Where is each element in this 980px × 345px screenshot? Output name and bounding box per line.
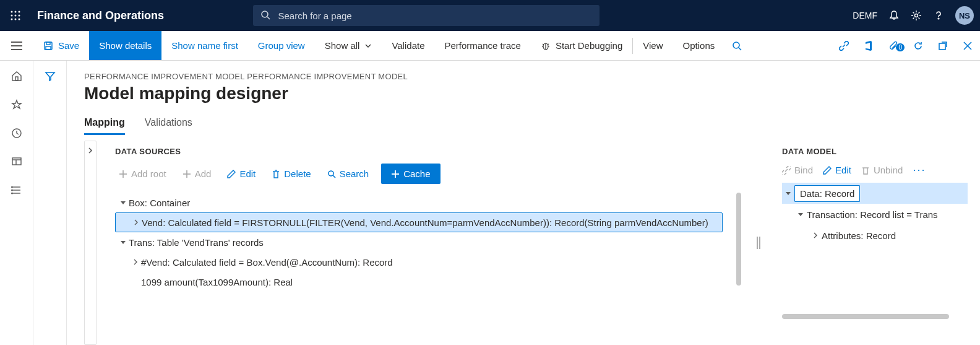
- dm-node-data[interactable]: Data: Record: [782, 183, 968, 204]
- app-brand: Finance and Operations: [37, 9, 164, 22]
- page-body: PERFORMANCE IMPROVEMENT MODEL PERFORMANC…: [0, 61, 980, 345]
- tab-mapping[interactable]: Mapping: [84, 117, 125, 135]
- filter-icon[interactable]: [45, 71, 56, 345]
- search-container: [253, 5, 600, 26]
- gear-icon[interactable]: [911, 10, 922, 21]
- svg-point-9: [262, 11, 268, 17]
- data-sources-panel: DATA SOURCES Add root Add Edit: [115, 141, 735, 345]
- data-model-tree: Data: Record Transaction: Record list = …: [782, 183, 968, 319]
- add-button: Add: [179, 166, 215, 181]
- bind-label: Bind: [794, 165, 813, 175]
- caret-down-icon[interactable]: [782, 190, 794, 196]
- dm-label: Transaction: Record list = Trans: [807, 209, 938, 220]
- dm-label: Data: Record: [794, 185, 860, 202]
- left-collapser[interactable]: [84, 141, 97, 345]
- tree-node-nvend[interactable]: #Vend: Calculated field = Box.Vend(@.Acc…: [115, 252, 723, 272]
- show-name-first-button[interactable]: Show name first: [161, 31, 248, 60]
- svg-point-4: [15, 15, 17, 17]
- group-view-button[interactable]: Group view: [248, 31, 315, 60]
- caret-right-icon[interactable]: [131, 219, 142, 225]
- breadcrumb: PERFORMANCE IMPROVEMENT MODEL PERFORMANC…: [84, 72, 968, 81]
- tree-label: Trans: Table 'VendTrans' records: [129, 237, 264, 248]
- tree-node-amount[interactable]: 1099 amount(Tax1099Amount): Real: [115, 272, 723, 292]
- caret-right-icon[interactable]: [130, 259, 141, 265]
- dm-node-attributes[interactable]: Attributes: Record: [782, 225, 968, 246]
- dm-edit-button[interactable]: Edit: [823, 165, 851, 175]
- show-all-dropdown[interactable]: Show all: [315, 31, 382, 60]
- dm-edit-label: Edit: [835, 165, 851, 175]
- more-icon[interactable]: ···: [913, 164, 926, 177]
- svg-point-5: [19, 15, 20, 17]
- delete-label: Delete: [284, 168, 311, 179]
- vertical-scrollbar[interactable]: [736, 193, 741, 286]
- svg-point-38: [11, 186, 12, 188]
- svg-point-6: [11, 19, 13, 20]
- dm-node-transaction[interactable]: Transaction: Record list = Trans: [782, 204, 968, 225]
- save-button[interactable]: Save: [33, 31, 89, 60]
- horizontal-scrollbar[interactable]: [782, 314, 949, 319]
- user-avatar[interactable]: NS: [955, 6, 974, 25]
- view-menu[interactable]: View: [633, 31, 673, 60]
- data-sources-tree: Box: Container Vend: Calculated field = …: [115, 193, 735, 292]
- tree-label: Vend: Calculated field = FIRSTORNULL(FIL…: [142, 217, 708, 228]
- home-icon[interactable]: [11, 71, 22, 82]
- start-debugging-button[interactable]: Start Debugging: [531, 31, 632, 60]
- svg-point-0: [11, 11, 13, 13]
- edit-button[interactable]: Edit: [223, 166, 259, 181]
- tab-validations[interactable]: Validations: [145, 117, 192, 135]
- refresh-icon[interactable]: [906, 41, 931, 51]
- close-icon[interactable]: [955, 41, 980, 50]
- performance-trace-button[interactable]: Performance trace: [434, 31, 530, 60]
- svg-point-45: [329, 171, 333, 176]
- link-icon[interactable]: [832, 41, 856, 51]
- global-search-input[interactable]: [253, 5, 600, 26]
- svg-line-46: [333, 175, 335, 178]
- show-details-label: Show details: [99, 40, 152, 51]
- tree-node-vend[interactable]: Vend: Calculated field = FIRSTORNULL(FIL…: [115, 212, 723, 232]
- hamburger-icon[interactable]: [0, 31, 33, 60]
- add-root-button: Add root: [115, 166, 170, 181]
- panel-splitter[interactable]: [754, 141, 763, 345]
- svg-point-25: [733, 42, 739, 48]
- workspace-icon[interactable]: [11, 156, 22, 167]
- show-name-first-label: Show name first: [171, 40, 238, 51]
- caret-right-icon[interactable]: [809, 232, 822, 238]
- page-title: Model mapping designer: [84, 84, 968, 103]
- recent-icon[interactable]: [11, 128, 22, 139]
- ribbon-search-icon[interactable]: [724, 41, 749, 51]
- svg-point-11: [914, 14, 918, 17]
- help-icon[interactable]: [933, 10, 944, 21]
- panels: DATA SOURCES Add root Add Edit: [84, 141, 968, 345]
- svg-line-10: [267, 17, 270, 19]
- tree-node-box[interactable]: Box: Container: [115, 193, 723, 212]
- caret-down-icon[interactable]: [794, 211, 807, 217]
- modules-icon[interactable]: [11, 185, 22, 196]
- options-menu[interactable]: Options: [673, 31, 725, 60]
- unbind-label: Unbind: [874, 165, 903, 175]
- tree-node-trans[interactable]: Trans: Table 'VendTrans' records: [115, 232, 723, 252]
- company-code[interactable]: DEMF: [853, 11, 877, 20]
- ribbon: Save Show details Show name first Group …: [0, 31, 980, 61]
- waffle-icon[interactable]: [6, 11, 25, 20]
- attachments-badge: 0: [896, 43, 905, 51]
- svg-point-39: [11, 190, 12, 191]
- popout-icon[interactable]: [931, 41, 955, 51]
- ds-search-button[interactable]: Search: [324, 166, 373, 181]
- svg-point-12: [938, 18, 939, 19]
- caret-down-icon[interactable]: [118, 199, 129, 206]
- add-label: Add: [195, 168, 212, 179]
- show-details-button[interactable]: Show details: [89, 31, 161, 60]
- validate-button[interactable]: Validate: [382, 31, 434, 60]
- data-model-toolbar: Bind Edit Unbind ···: [782, 164, 968, 177]
- bind-button: Bind: [782, 165, 813, 175]
- attachments-icon[interactable]: 0: [881, 41, 906, 51]
- svg-point-40: [11, 193, 12, 194]
- cache-button[interactable]: Cache: [381, 164, 440, 184]
- delete-button[interactable]: Delete: [268, 166, 314, 181]
- bell-icon[interactable]: [888, 10, 900, 21]
- caret-down-icon[interactable]: [118, 239, 129, 245]
- favorite-icon[interactable]: [11, 99, 22, 110]
- office-icon[interactable]: [856, 41, 881, 51]
- unbind-button: Unbind: [861, 165, 903, 175]
- cache-label: Cache: [403, 168, 430, 179]
